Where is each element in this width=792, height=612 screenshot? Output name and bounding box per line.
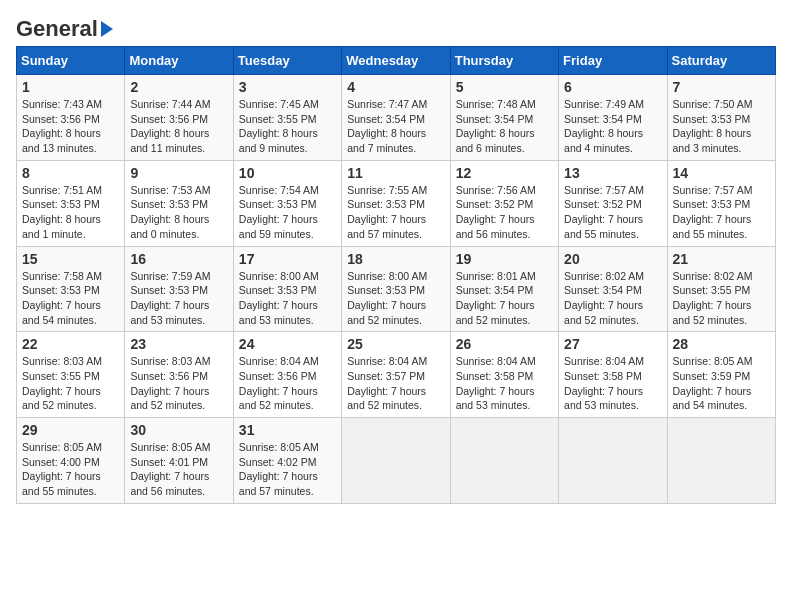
day-number: 6 [564,79,661,95]
calendar-cell: 23 Sunrise: 8:03 AMSunset: 3:56 PMDaylig… [125,332,233,418]
calendar-cell: 13 Sunrise: 7:57 AMSunset: 3:52 PMDaylig… [559,160,667,246]
day-info: Sunrise: 7:48 AMSunset: 3:54 PMDaylight:… [456,98,536,154]
calendar-cell: 30 Sunrise: 8:05 AMSunset: 4:01 PMDaylig… [125,418,233,504]
day-info: Sunrise: 8:01 AMSunset: 3:54 PMDaylight:… [456,270,536,326]
weekday-header: Saturday [667,47,775,75]
day-number: 12 [456,165,553,181]
calendar-cell: 31 Sunrise: 8:05 AMSunset: 4:02 PMDaylig… [233,418,341,504]
logo-arrow-icon [101,21,113,37]
calendar-cell: 4 Sunrise: 7:47 AMSunset: 3:54 PMDayligh… [342,75,450,161]
calendar-cell: 24 Sunrise: 8:04 AMSunset: 3:56 PMDaylig… [233,332,341,418]
calendar-cell: 26 Sunrise: 8:04 AMSunset: 3:58 PMDaylig… [450,332,558,418]
day-number: 18 [347,251,444,267]
day-number: 22 [22,336,119,352]
day-info: Sunrise: 7:59 AMSunset: 3:53 PMDaylight:… [130,270,210,326]
day-info: Sunrise: 7:44 AMSunset: 3:56 PMDaylight:… [130,98,210,154]
day-number: 2 [130,79,227,95]
calendar-week-row: 29 Sunrise: 8:05 AMSunset: 4:00 PMDaylig… [17,418,776,504]
day-number: 16 [130,251,227,267]
logo: General [16,16,113,38]
day-info: Sunrise: 7:49 AMSunset: 3:54 PMDaylight:… [564,98,644,154]
day-info: Sunrise: 7:55 AMSunset: 3:53 PMDaylight:… [347,184,427,240]
day-info: Sunrise: 7:47 AMSunset: 3:54 PMDaylight:… [347,98,427,154]
day-info: Sunrise: 8:04 AMSunset: 3:58 PMDaylight:… [456,355,536,411]
calendar-cell: 20 Sunrise: 8:02 AMSunset: 3:54 PMDaylig… [559,246,667,332]
day-number: 29 [22,422,119,438]
day-number: 5 [456,79,553,95]
day-number: 19 [456,251,553,267]
day-number: 11 [347,165,444,181]
weekday-header-row: SundayMondayTuesdayWednesdayThursdayFrid… [17,47,776,75]
calendar-cell: 19 Sunrise: 8:01 AMSunset: 3:54 PMDaylig… [450,246,558,332]
calendar-cell: 18 Sunrise: 8:00 AMSunset: 3:53 PMDaylig… [342,246,450,332]
day-number: 4 [347,79,444,95]
calendar-cell [342,418,450,504]
calendar-cell [667,418,775,504]
weekday-header: Monday [125,47,233,75]
day-number: 17 [239,251,336,267]
calendar-cell: 28 Sunrise: 8:05 AMSunset: 3:59 PMDaylig… [667,332,775,418]
day-number: 27 [564,336,661,352]
day-number: 23 [130,336,227,352]
logo-general: General [16,16,98,42]
day-number: 26 [456,336,553,352]
calendar-cell: 3 Sunrise: 7:45 AMSunset: 3:55 PMDayligh… [233,75,341,161]
calendar-cell: 6 Sunrise: 7:49 AMSunset: 3:54 PMDayligh… [559,75,667,161]
day-number: 13 [564,165,661,181]
day-number: 15 [22,251,119,267]
weekday-header: Tuesday [233,47,341,75]
day-number: 1 [22,79,119,95]
calendar-cell: 17 Sunrise: 8:00 AMSunset: 3:53 PMDaylig… [233,246,341,332]
day-info: Sunrise: 7:58 AMSunset: 3:53 PMDaylight:… [22,270,102,326]
day-number: 8 [22,165,119,181]
day-info: Sunrise: 7:43 AMSunset: 3:56 PMDaylight:… [22,98,102,154]
calendar-cell: 5 Sunrise: 7:48 AMSunset: 3:54 PMDayligh… [450,75,558,161]
day-info: Sunrise: 8:05 AMSunset: 3:59 PMDaylight:… [673,355,753,411]
day-info: Sunrise: 8:05 AMSunset: 4:02 PMDaylight:… [239,441,319,497]
calendar-cell: 1 Sunrise: 7:43 AMSunset: 3:56 PMDayligh… [17,75,125,161]
calendar-cell [450,418,558,504]
day-info: Sunrise: 8:00 AMSunset: 3:53 PMDaylight:… [347,270,427,326]
weekday-header: Wednesday [342,47,450,75]
day-number: 10 [239,165,336,181]
calendar-cell: 14 Sunrise: 7:57 AMSunset: 3:53 PMDaylig… [667,160,775,246]
day-info: Sunrise: 7:45 AMSunset: 3:55 PMDaylight:… [239,98,319,154]
calendar-table: SundayMondayTuesdayWednesdayThursdayFrid… [16,46,776,504]
day-info: Sunrise: 7:57 AMSunset: 3:53 PMDaylight:… [673,184,753,240]
calendar-cell: 9 Sunrise: 7:53 AMSunset: 3:53 PMDayligh… [125,160,233,246]
day-info: Sunrise: 8:04 AMSunset: 3:56 PMDaylight:… [239,355,319,411]
day-info: Sunrise: 7:50 AMSunset: 3:53 PMDaylight:… [673,98,753,154]
day-info: Sunrise: 8:00 AMSunset: 3:53 PMDaylight:… [239,270,319,326]
calendar-cell: 7 Sunrise: 7:50 AMSunset: 3:53 PMDayligh… [667,75,775,161]
day-info: Sunrise: 7:53 AMSunset: 3:53 PMDaylight:… [130,184,210,240]
day-number: 28 [673,336,770,352]
day-info: Sunrise: 8:02 AMSunset: 3:54 PMDaylight:… [564,270,644,326]
calendar-cell: 12 Sunrise: 7:56 AMSunset: 3:52 PMDaylig… [450,160,558,246]
day-number: 21 [673,251,770,267]
day-info: Sunrise: 8:03 AMSunset: 3:56 PMDaylight:… [130,355,210,411]
calendar-cell [559,418,667,504]
day-number: 25 [347,336,444,352]
day-number: 3 [239,79,336,95]
day-number: 30 [130,422,227,438]
day-number: 14 [673,165,770,181]
day-number: 31 [239,422,336,438]
weekday-header: Friday [559,47,667,75]
day-info: Sunrise: 8:04 AMSunset: 3:57 PMDaylight:… [347,355,427,411]
calendar-cell: 29 Sunrise: 8:05 AMSunset: 4:00 PMDaylig… [17,418,125,504]
calendar-cell: 10 Sunrise: 7:54 AMSunset: 3:53 PMDaylig… [233,160,341,246]
calendar-cell: 8 Sunrise: 7:51 AMSunset: 3:53 PMDayligh… [17,160,125,246]
calendar-week-row: 8 Sunrise: 7:51 AMSunset: 3:53 PMDayligh… [17,160,776,246]
calendar-cell: 2 Sunrise: 7:44 AMSunset: 3:56 PMDayligh… [125,75,233,161]
calendar-cell: 21 Sunrise: 8:02 AMSunset: 3:55 PMDaylig… [667,246,775,332]
day-number: 7 [673,79,770,95]
day-info: Sunrise: 8:03 AMSunset: 3:55 PMDaylight:… [22,355,102,411]
page-header: General [16,16,776,38]
day-info: Sunrise: 8:02 AMSunset: 3:55 PMDaylight:… [673,270,753,326]
calendar-cell: 11 Sunrise: 7:55 AMSunset: 3:53 PMDaylig… [342,160,450,246]
calendar-week-row: 1 Sunrise: 7:43 AMSunset: 3:56 PMDayligh… [17,75,776,161]
day-number: 20 [564,251,661,267]
day-info: Sunrise: 7:57 AMSunset: 3:52 PMDaylight:… [564,184,644,240]
day-info: Sunrise: 7:56 AMSunset: 3:52 PMDaylight:… [456,184,536,240]
calendar-cell: 16 Sunrise: 7:59 AMSunset: 3:53 PMDaylig… [125,246,233,332]
